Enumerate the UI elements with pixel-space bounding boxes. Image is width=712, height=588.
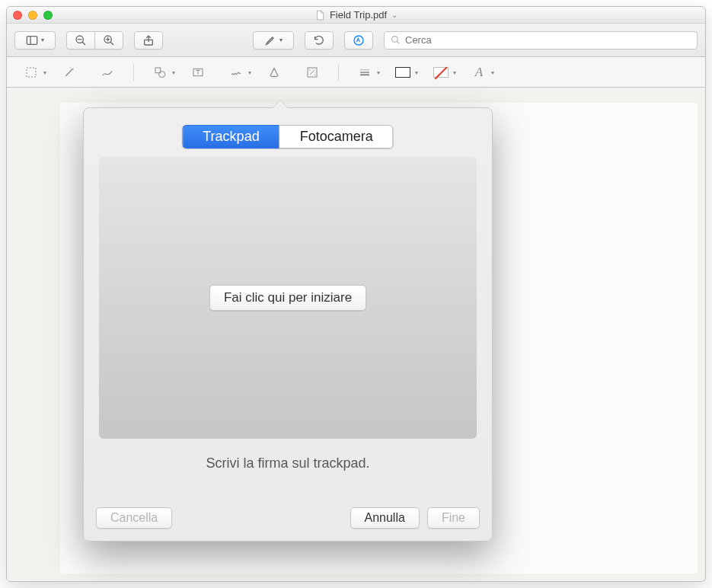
zoom-out-button[interactable] bbox=[66, 31, 95, 50]
instant-alpha-button[interactable] bbox=[53, 62, 86, 82]
document-title: Field Trip.pdf bbox=[330, 9, 387, 21]
annotate-button[interactable] bbox=[257, 62, 291, 82]
svg-line-12 bbox=[397, 41, 399, 43]
line-style-icon bbox=[359, 66, 371, 78]
rotate-icon bbox=[313, 34, 325, 46]
tab-trackpad[interactable]: Trackpad bbox=[182, 125, 279, 149]
signature-instruction: Scrivi la firma sul trackpad. bbox=[84, 455, 492, 471]
chevron-down-icon: ▾ bbox=[172, 69, 175, 75]
svg-line-6 bbox=[110, 42, 113, 45]
stroke-color-button[interactable]: ▾ bbox=[386, 62, 420, 82]
selection-tool-button[interactable]: ▾ bbox=[14, 62, 48, 82]
search-input[interactable] bbox=[405, 34, 691, 46]
chevron-down-icon: ▾ bbox=[377, 69, 380, 75]
divider bbox=[133, 64, 134, 81]
chevron-down-icon: ▾ bbox=[415, 69, 418, 75]
svg-point-11 bbox=[392, 37, 398, 43]
chevron-down-icon: ▾ bbox=[248, 69, 251, 75]
svg-rect-0 bbox=[27, 36, 37, 44]
app-window: Field Trip.pdf ⌄ ▾ ▾ bbox=[6, 6, 706, 582]
adjust-size-button[interactable] bbox=[295, 62, 329, 82]
done-button[interactable]: Fine bbox=[427, 507, 480, 529]
font-style-icon: A bbox=[475, 65, 483, 80]
zoom-out-icon bbox=[75, 34, 87, 46]
share-icon bbox=[142, 34, 155, 46]
highlight-button[interactable]: ▾ bbox=[253, 31, 294, 50]
zoom-in-button[interactable] bbox=[94, 31, 123, 50]
title-dropdown-chevron-icon[interactable]: ⌄ bbox=[391, 11, 398, 19]
markup-toolbar-button[interactable] bbox=[344, 31, 373, 50]
chevron-down-icon: ▾ bbox=[453, 69, 456, 75]
fill-color-swatch-icon bbox=[433, 67, 449, 78]
chevron-down-icon: ▾ bbox=[41, 37, 44, 43]
chevron-down-icon: ▾ bbox=[43, 69, 46, 75]
search-field[interactable] bbox=[384, 31, 698, 50]
signature-canvas[interactable]: Fai clic qui per iniziare bbox=[99, 157, 477, 439]
close-window-button[interactable] bbox=[13, 11, 22, 20]
cancel-button[interactable]: Annulla bbox=[350, 507, 420, 529]
sign-button[interactable]: ▾ bbox=[219, 62, 253, 82]
signature-source-segmented-control: Trackpad Fotocamera bbox=[182, 125, 393, 149]
minimize-window-button[interactable] bbox=[28, 11, 37, 20]
chevron-down-icon: ▾ bbox=[279, 37, 283, 43]
sketch-icon bbox=[101, 66, 113, 78]
search-icon bbox=[391, 35, 401, 45]
titlebar: Field Trip.pdf ⌄ bbox=[7, 7, 705, 24]
svg-line-3 bbox=[82, 42, 85, 45]
font-style-button[interactable]: A ▾ bbox=[462, 62, 496, 82]
sidebar-button[interactable]: ▾ bbox=[14, 31, 56, 50]
adjust-icon bbox=[306, 66, 318, 78]
divider bbox=[338, 64, 339, 81]
note-icon bbox=[268, 66, 280, 78]
clear-button[interactable]: Cancella bbox=[96, 507, 172, 529]
selection-icon bbox=[25, 66, 37, 78]
tab-camera[interactable]: Fotocamera bbox=[279, 125, 394, 149]
window-title: Field Trip.pdf ⌄ bbox=[7, 9, 705, 21]
line-style-button[interactable]: ▾ bbox=[348, 62, 382, 82]
sketch-button[interactable] bbox=[91, 62, 124, 82]
signature-popover: Trackpad Fotocamera Fai clic qui per ini… bbox=[83, 107, 493, 542]
document-icon bbox=[314, 10, 325, 21]
text-button[interactable] bbox=[181, 62, 215, 82]
rotate-button[interactable] bbox=[305, 31, 334, 50]
zoom-in-icon bbox=[103, 34, 115, 46]
stroke-color-swatch-icon bbox=[395, 67, 410, 78]
markup-icon bbox=[353, 34, 365, 46]
highlight-icon bbox=[264, 34, 276, 46]
text-icon bbox=[192, 66, 204, 78]
main-toolbar: ▾ ▾ bbox=[7, 24, 705, 57]
window-controls bbox=[13, 11, 53, 20]
svg-point-15 bbox=[159, 71, 165, 77]
signature-icon bbox=[230, 66, 242, 78]
wand-icon bbox=[63, 66, 75, 78]
chevron-down-icon: ▾ bbox=[491, 69, 494, 75]
markup-toolbar: ▾ ▾ ▾ ▾ ▾ bbox=[7, 57, 705, 88]
fill-color-button[interactable]: ▾ bbox=[424, 62, 458, 82]
share-button[interactable] bbox=[134, 31, 163, 50]
sidebar-icon bbox=[26, 34, 38, 46]
shapes-icon bbox=[154, 66, 166, 78]
zoom-controls bbox=[66, 31, 123, 50]
start-signing-button[interactable]: Fai clic qui per iniziare bbox=[209, 285, 366, 311]
zoom-window-button[interactable] bbox=[43, 11, 53, 20]
shapes-button[interactable]: ▾ bbox=[143, 62, 177, 82]
popover-footer: Cancella Annulla Fine bbox=[96, 507, 480, 529]
svg-rect-13 bbox=[27, 68, 36, 77]
